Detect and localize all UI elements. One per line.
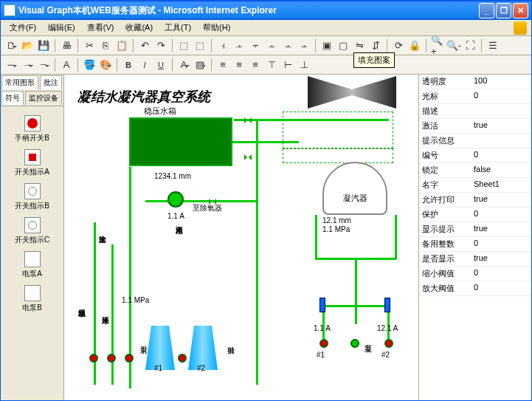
minimize-button[interactable]: _ [479, 3, 494, 18]
property-row[interactable]: 编号0 [419, 148, 531, 163]
property-row[interactable]: 名字Sheet1 [419, 178, 531, 193]
menu-tools[interactable]: 工具(T) [159, 21, 197, 35]
send-back-button[interactable]: ▢ [336, 38, 350, 53]
diagram-title: 凝结水凝汽器真空系统 [77, 88, 210, 106]
close-button[interactable]: ✕ [513, 3, 528, 18]
props-button[interactable]: ☰ [486, 38, 500, 53]
menu-view[interactable]: 查看(V) [81, 21, 120, 35]
property-row[interactable]: 允许打印true [419, 193, 531, 208]
align-center-button[interactable]: ⫠ [232, 38, 246, 53]
cond-measure: 12.1 mm [322, 216, 351, 225]
prop-value[interactable]: true [474, 194, 528, 205]
line-tool[interactable]: ─ [4, 58, 18, 72]
prop-value[interactable]: true [474, 253, 528, 264]
palette-item[interactable]: 电泵B [4, 285, 61, 313]
color-tool[interactable]: 🎨 [98, 58, 113, 72]
new-button[interactable]: 🗋 [4, 38, 18, 53]
property-row[interactable]: 显示提示true [419, 222, 531, 237]
rotate-button[interactable]: ⟳ [391, 38, 406, 53]
align-bottom-button[interactable]: ⫠ [297, 38, 311, 53]
diagram-canvas[interactable]: 凝结水凝汽器真空系统 稳压水箱 1234.1 mm 1.1 A 至除氧器 至内冷… [64, 75, 419, 401]
text-right-button[interactable]: ≡ [248, 58, 263, 72]
shape-palette-panel: 常用图形 批注 符号 监控设备 手柄开关B 开关指示A 开关指示B 开关指示C … [1, 75, 64, 401]
text-center-button[interactable]: ≡ [232, 58, 246, 72]
fill-tool[interactable]: 🪣 [82, 58, 97, 72]
menu-edit[interactable]: 编辑(E) [42, 21, 81, 35]
bring-front-button[interactable]: ▣ [319, 38, 334, 53]
arrow-tool[interactable]: → [20, 58, 35, 72]
text-bot-button[interactable]: ⊥ [297, 58, 311, 72]
tab-symbols[interactable]: 符号 [1, 91, 24, 105]
tab-annotation[interactable]: 批注 [40, 75, 62, 89]
palette-item[interactable]: 开关指示B [4, 183, 61, 211]
property-row[interactable]: 保护0 [419, 208, 531, 222]
tab-monitor-devices[interactable]: 监控设备 [25, 91, 62, 105]
print-button[interactable]: 🖶 [59, 38, 74, 53]
align-left-button[interactable]: ⫞ [215, 38, 230, 53]
property-row[interactable]: 提示信息 [419, 134, 531, 148]
group-button[interactable]: ⬚ [176, 38, 191, 53]
zoom-fit-button[interactable]: ⛶ [463, 38, 477, 53]
ungroup-button[interactable]: ⬚ [193, 38, 207, 53]
lock-button[interactable]: 🔒 [407, 38, 422, 53]
prop-value[interactable]: 0 [474, 150, 528, 161]
bold-button[interactable]: B [121, 58, 136, 72]
align-right-button[interactable]: ⫟ [248, 38, 263, 53]
redo-button[interactable]: ↷ [153, 38, 168, 53]
prop-value[interactable]: true [474, 120, 528, 131]
prop-value[interactable]: 0 [474, 268, 528, 279]
text-tool[interactable]: A [59, 58, 74, 72]
indicator-icon [178, 354, 187, 363]
property-row[interactable]: 透明度100 [419, 75, 531, 89]
zoom-in-button[interactable]: 🔍+ [430, 38, 445, 53]
prop-value[interactable] [474, 135, 528, 146]
font-color-button[interactable]: A [176, 58, 191, 72]
text-top-button[interactable]: ⊤ [264, 58, 279, 72]
prop-value[interactable]: 0 [474, 91, 528, 102]
prop-value[interactable]: 0 [474, 239, 528, 250]
cut-button[interactable]: ✂ [82, 38, 97, 53]
palette-item[interactable]: 开关指示C [4, 217, 61, 245]
prop-value[interactable]: 100 [474, 76, 528, 87]
menu-favorites[interactable]: 收藏(A) [120, 21, 159, 35]
property-row[interactable]: 激活true [419, 119, 531, 134]
text-left-button[interactable]: ≡ [215, 58, 230, 72]
flip-h-button[interactable]: ⇋ [352, 38, 367, 53]
align-middle-button[interactable]: ⫠ [280, 38, 295, 53]
maximize-button[interactable]: ❐ [496, 3, 511, 18]
save-button[interactable]: 💾 [36, 38, 51, 53]
prop-value[interactable] [474, 106, 528, 117]
copy-button[interactable]: ⎘ [98, 38, 113, 53]
property-row[interactable]: 放大阀值0 [419, 281, 531, 296]
tab-common-shapes[interactable]: 常用图形 [1, 75, 38, 89]
zoom-out-button[interactable]: 🔍- [446, 38, 461, 53]
undo-button[interactable]: ↶ [137, 38, 152, 53]
italic-button[interactable]: I [137, 58, 152, 72]
palette-item[interactable]: 手柄开关B [4, 115, 61, 143]
dash-tool[interactable]: ┄ [36, 58, 51, 72]
underline-button[interactable]: U [153, 58, 168, 72]
open-button[interactable]: 📂 [20, 38, 35, 53]
prop-value[interactable]: false [474, 165, 528, 176]
block-icon [319, 298, 325, 312]
prop-value[interactable]: true [474, 224, 528, 235]
align-top-button[interactable]: ⫠ [264, 38, 279, 53]
properties-panel[interactable]: 透明度100光标0描述激活true提示信息编号0锁定false名字Sheet1允… [419, 75, 531, 401]
palette-item[interactable]: 开关指示A [4, 149, 61, 177]
property-row[interactable]: 描述 [419, 104, 531, 119]
property-row[interactable]: 光标0 [419, 89, 531, 104]
prop-value[interactable]: 0 [474, 209, 528, 220]
palette-item[interactable]: 电泵A [4, 251, 61, 279]
property-row[interactable]: 备用整数0 [419, 237, 531, 252]
property-row[interactable]: 是否显示true [419, 252, 531, 267]
menu-help[interactable]: 帮助(H) [197, 21, 236, 35]
property-row[interactable]: 缩小阀值0 [419, 267, 531, 281]
prop-value[interactable]: Sheet1 [474, 179, 528, 191]
menu-file[interactable]: 文件(F) [4, 21, 42, 35]
bg-color-button[interactable]: ▨ [193, 58, 207, 72]
prop-value[interactable]: 0 [474, 283, 528, 294]
flip-v-button[interactable]: ⇵ [368, 38, 383, 53]
property-row[interactable]: 锁定false [419, 163, 531, 178]
text-mid-button[interactable]: ⊢ [280, 58, 295, 72]
paste-button[interactable]: 📋 [114, 38, 129, 53]
